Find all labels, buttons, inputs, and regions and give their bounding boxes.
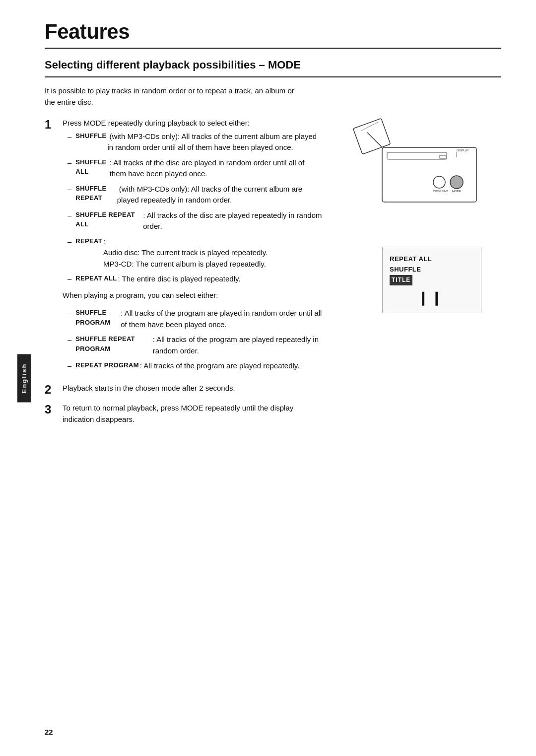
list-item-shuffle-all: SHUFFLE ALL : All tracks of the disc are… (63, 157, 323, 180)
top-rule (45, 48, 501, 49)
section-title: Selecting different playback possibiliti… (45, 59, 501, 71)
svg-rect-10 (353, 119, 391, 154)
intro-text: It is possible to play tracks in random … (45, 85, 303, 108)
bullet-bold-shuffle: SHUFFLE (75, 131, 106, 141)
step-3: 3 To return to normal playback, press MO… (45, 403, 323, 427)
bullet-text-shuffle-repeat: (with MP3-CDs only): All tracks of the c… (117, 184, 323, 206)
display-pause-icon: ❙❙ (390, 289, 472, 306)
bullet-bold-shuffle-all: SHUFFLE ALL (75, 157, 108, 177)
list-item-shuffle-repeat: SHUFFLE REPEAT (with MP3-CDs only): All … (63, 184, 323, 206)
bullet-text-shuffle-repeat-program: : All tracks of the program are played r… (153, 334, 323, 356)
step-3-text: To return to normal playback, press MODE… (63, 403, 323, 425)
bullet-text-shuffle-all: : All tracks of the disc are played in r… (110, 157, 323, 180)
display-box: REPEAT ALL SHUFFLE TITLE ❙❙ (382, 247, 481, 313)
program-intro: When playing a program, you can select e… (63, 290, 323, 301)
right-column: DISPLAY PROGRAM MODE REPEAT ALL (323, 118, 481, 433)
step-2-text: Playback starts in the chosen mode after… (63, 383, 323, 394)
bullet-list-1: SHUFFLE (with MP3-CDs only): All tracks … (63, 131, 323, 285)
bullet-text-shuffle: (with MP3-CDs only): All tracks of the c… (107, 131, 323, 153)
content-area: 1 Press MODE repeatedly during playback … (45, 118, 501, 433)
step-3-content: To return to normal playback, press MODE… (63, 403, 323, 427)
svg-rect-0 (382, 147, 476, 202)
step-2-number: 2 (45, 383, 63, 397)
page-title: Features (45, 20, 501, 44)
step-1-number: 1 (45, 118, 63, 132)
bullet-bold-repeat: REPEAT (75, 236, 102, 246)
list-item-shuffle-repeat-all: SHUFFLE REPEAT ALL : All tracks of the d… (63, 210, 323, 232)
program-bullet-list: SHUFFLE PROGRAM : All tracks of the prog… (63, 308, 323, 372)
display-line-repeat-all: REPEAT ALL (390, 254, 472, 265)
step-1-content: Press MODE repeatedly during playback to… (63, 118, 323, 377)
svg-text:PROGRAM: PROGRAM (433, 190, 448, 193)
bullet-text-repeat-all: : The entire disc is played repeatedly. (118, 274, 241, 285)
svg-rect-2 (439, 155, 446, 158)
svg-rect-1 (387, 152, 447, 159)
bullet-text-shuffle-repeat-all: : All tracks of the disc are played repe… (143, 210, 323, 232)
bullet-bold-shuffle-repeat-program: SHUFFLE REPEAT PROGRAM (75, 334, 151, 353)
bullet-bold-repeat-all: REPEAT ALL (75, 274, 117, 283)
bullet-text-repeat: :Audio disc: The current track is played… (103, 236, 268, 270)
step-2: 2 Playback starts in the chosen mode aft… (45, 383, 323, 397)
cd-player-diagram: DISPLAY PROGRAM MODE (352, 118, 481, 217)
list-item-shuffle-program: SHUFFLE PROGRAM : All tracks of the prog… (63, 308, 323, 330)
list-item-repeat-all: REPEAT ALL : The entire disc is played r… (63, 274, 323, 285)
section-rule (45, 76, 501, 77)
left-column: 1 Press MODE repeatedly during playback … (45, 118, 323, 433)
svg-point-6 (450, 176, 463, 189)
display-line-title: TITLE (390, 275, 412, 285)
page-number: 22 (45, 728, 53, 736)
list-item-shuffle: SHUFFLE (with MP3-CDs only): All tracks … (63, 131, 323, 153)
svg-point-5 (433, 176, 445, 188)
step-3-number: 3 (45, 403, 63, 417)
step-1-lead: Press MODE repeatedly during playback to… (63, 118, 323, 129)
bullet-bold-shuffle-repeat: SHUFFLE REPEAT (75, 184, 116, 203)
svg-text:MODE: MODE (452, 190, 461, 193)
svg-line-11 (360, 122, 380, 131)
list-item-repeat: REPEAT :Audio disc: The current track is… (63, 236, 323, 270)
step-2-content: Playback starts in the chosen mode after… (63, 383, 323, 396)
bullet-text-shuffle-program: : All tracks of the program are played i… (121, 308, 323, 330)
sidebar-language-label: English (17, 354, 31, 402)
svg-text:DISPLAY: DISPLAY (457, 149, 469, 152)
list-item-repeat-program: REPEAT PROGRAM : All tracks of the progr… (63, 360, 323, 372)
svg-line-9 (367, 133, 382, 147)
step-1: 1 Press MODE repeatedly during playback … (45, 118, 323, 377)
display-line-shuffle: SHUFFLE (390, 265, 472, 275)
bullet-bold-shuffle-repeat-all: SHUFFLE REPEAT ALL (75, 210, 142, 229)
bullet-text-repeat-program: : All tracks of the program are played r… (140, 360, 300, 372)
bullet-bold-repeat-program: REPEAT PROGRAM (75, 360, 138, 370)
bullet-bold-shuffle-program: SHUFFLE PROGRAM (75, 308, 120, 327)
list-item-shuffle-repeat-program: SHUFFLE REPEAT PROGRAM : All tracks of t… (63, 334, 323, 356)
